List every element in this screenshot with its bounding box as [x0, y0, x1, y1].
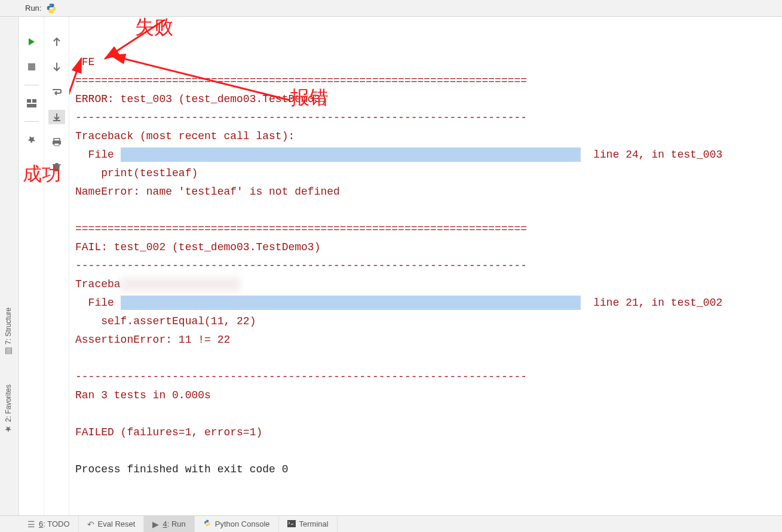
tool-window-sidebar: ▤ 7: Structure ★ 2: Favorites — [0, 17, 19, 515]
annotation-fail: 失败 — [135, 18, 173, 36]
up-arrow-button[interactable] — [48, 35, 65, 49]
terminal-label: Terminal — [299, 519, 329, 528]
layout-button[interactable] — [23, 96, 40, 110]
output-fe: .FE — [75, 56, 94, 68]
output-lineinfo: line 24, in test_003 — [581, 149, 723, 161]
favorites-label: 2: Favorites — [4, 385, 13, 422]
output-error-header: ERROR: test_003 (test_demo03.TestDemo3) — [75, 93, 327, 105]
structure-label: 7: Structure — [4, 307, 13, 345]
output-traceback: Traceba — [75, 278, 121, 290]
output-ran: Ran 3 tests in 0.000s — [75, 389, 211, 401]
tab-run[interactable]: ▶ 4: Run — [144, 516, 194, 532]
output-sep: ----------------------------------------… — [75, 260, 527, 272]
terminal-icon — [287, 519, 296, 529]
svg-rect-3 — [27, 104, 36, 107]
run-left-toolbar — [19, 17, 44, 515]
tab-todo[interactable]: ☰ 6: TODO — [19, 516, 79, 532]
run-tab-label: 4: Run — [162, 519, 185, 528]
output-assert: self.assertEqual(11, 22) — [75, 315, 256, 327]
output-file: File — [75, 149, 121, 161]
output-nameerror: NameError: name 'testleaf' is not define… — [75, 186, 340, 198]
eval-label: Eval Reset — [98, 519, 136, 528]
output-assert-error: AssertionError: 11 != 22 — [75, 334, 230, 346]
separator — [24, 121, 39, 122]
structure-icon: ▤ — [4, 347, 13, 356]
down-arrow-button[interactable] — [48, 60, 65, 74]
tab-terminal[interactable]: Terminal — [279, 516, 338, 532]
soft-wrap-button[interactable] — [48, 85, 65, 99]
bottom-tool-tabs: ☰ 6: TODO ↶ Eval Reset ▶ 4: Run Python C… — [0, 515, 782, 532]
pin-button[interactable] — [23, 133, 40, 147]
play-icon: ▶ — [152, 519, 159, 529]
svg-rect-7 — [53, 164, 61, 165]
output-sep: ----------------------------------------… — [75, 371, 527, 383]
output-sep: ========================================… — [75, 75, 527, 87]
python-icon — [46, 3, 57, 14]
separator — [24, 85, 39, 85]
tab-python-console[interactable]: Python Console — [195, 516, 279, 532]
output-file: File — [75, 297, 121, 309]
todo-label: 6: TODO — [39, 519, 70, 528]
svg-rect-2 — [32, 99, 36, 103]
arrow-to-fe-1 — [93, 17, 171, 64]
scroll-to-end-button[interactable] — [48, 110, 65, 124]
file-path-redacted — [121, 296, 581, 310]
rerun-button[interactable] — [23, 35, 40, 49]
output-failed: FAILED (failures=1, errors=1) — [75, 426, 262, 438]
output-process: Process finished with exit code 0 — [75, 463, 288, 475]
run-label: Run: — [25, 4, 41, 13]
svg-rect-1 — [27, 99, 31, 103]
tab-eval-reset[interactable]: ↶ Eval Reset — [79, 516, 145, 532]
stop-button[interactable] — [23, 60, 40, 74]
redacted-block — [121, 277, 240, 291]
print-button[interactable] — [48, 135, 65, 149]
todo-icon: ☰ — [27, 519, 35, 529]
clear-button[interactable] — [48, 160, 65, 174]
svg-rect-4 — [54, 139, 60, 141]
run-nav-toolbar — [44, 17, 69, 515]
undo-icon: ↶ — [87, 519, 94, 529]
pyconsole-label: Python Console — [215, 519, 270, 528]
sidebar-tab-structure[interactable]: ▤ 7: Structure — [0, 304, 17, 360]
output-print: print(testleaf) — [75, 167, 198, 179]
console-output[interactable]: .FE ====================================… — [69, 17, 782, 515]
output-traceback: Traceback (most recent call last): — [75, 130, 295, 142]
output-sep: ----------------------------------------… — [75, 112, 527, 124]
sidebar-tab-favorites[interactable]: ★ 2: Favorites — [0, 381, 17, 438]
output-lineinfo: line 21, in test_002 — [581, 297, 723, 309]
svg-rect-11 — [287, 520, 296, 527]
output-sep: ========================================… — [75, 223, 527, 235]
python-console-icon — [203, 519, 211, 529]
run-header: Run: — [0, 0, 782, 17]
file-path-redacted — [121, 147, 581, 162]
svg-rect-6 — [54, 143, 59, 146]
star-icon: ★ — [4, 425, 13, 434]
svg-line-8 — [105, 20, 165, 59]
svg-rect-0 — [28, 63, 35, 70]
output-fail-header: FAIL: test_002 (test_demo03.TestDemo3) — [75, 241, 320, 253]
